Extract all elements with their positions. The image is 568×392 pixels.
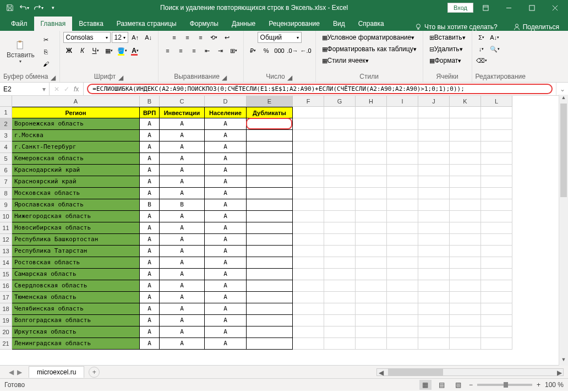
row-header-16[interactable]: 16 [0,280,12,292]
cell-A7[interactable]: Красноярский край [12,176,140,188]
tab-review[interactable]: Рецензирование [262,17,326,31]
cell-J9[interactable] [418,199,450,211]
cell-G11[interactable] [324,222,356,234]
cell-A3[interactable]: г.Москва [12,130,140,141]
cell-K10[interactable] [450,211,481,222]
cell-G15[interactable] [324,269,356,280]
cell-I21[interactable] [387,338,418,350]
cell-F9[interactable] [293,199,324,211]
row-header-21[interactable]: 21 [0,338,12,350]
cell-L10[interactable] [481,211,512,222]
cell-C10[interactable]: A [160,211,205,222]
sheet-nav-next[interactable]: ▶ [17,368,22,376]
cell-H1[interactable] [356,107,387,118]
cell-C1[interactable]: Инвестиции [160,107,205,118]
row-header-3[interactable]: 3 [0,130,12,141]
cell-B14[interactable]: A [140,257,160,269]
tab-home[interactable]: Главная [34,17,73,31]
cell-D7[interactable]: A [205,176,247,188]
cell-J19[interactable] [418,315,450,326]
cell-H8[interactable] [356,188,387,199]
find-select-button[interactable]: 🔍▾ [489,43,501,55]
cell-G17[interactable] [324,292,356,303]
cell-I9[interactable] [387,199,418,211]
cell-K1[interactable] [450,107,481,118]
format-as-table-button[interactable]: ▦ Форматировать как таблицу ▾ [319,43,419,55]
cell-K5[interactable] [450,153,481,165]
normal-view-button[interactable]: ▦ [419,380,432,390]
cell-F11[interactable] [293,222,324,234]
cell-D15[interactable]: A [205,269,247,280]
cell-A2[interactable]: Воронежская область [12,118,140,130]
cells-area[interactable]: РегионВРПИнвестицииНаселениеДубликатыВор… [12,107,512,350]
cell-G14[interactable] [324,257,356,269]
cell-K16[interactable] [450,280,481,292]
row-header-15[interactable]: 15 [0,269,12,280]
tab-view[interactable]: Вид [326,17,352,31]
cell-J14[interactable] [418,257,450,269]
cell-J21[interactable] [418,338,450,350]
cell-A20[interactable]: Иркутская область [12,326,140,338]
sort-filter-button[interactable]: A↓▾ [489,32,501,43]
cell-K18[interactable] [450,303,481,315]
orientation-button[interactable]: ⟲▾ [208,32,220,43]
cell-K4[interactable] [450,141,481,153]
cell-J4[interactable] [418,141,450,153]
scroll-down-button[interactable]: ▼ [559,357,568,366]
delete-cells-button[interactable]: ⊟ Удалить ▾ [427,43,466,55]
cell-B12[interactable]: A [140,234,160,246]
row-header-6[interactable]: 6 [0,165,12,176]
scroll-right-button[interactable]: ▶ [555,369,563,375]
cell-C3[interactable]: A [160,130,205,141]
cell-H6[interactable] [356,165,387,176]
cell-K12[interactable] [450,234,481,246]
italic-button[interactable]: К [77,45,89,56]
cell-F6[interactable] [293,165,324,176]
cell-F2[interactable] [293,118,324,130]
cell-J20[interactable] [418,326,450,338]
cell-H7[interactable] [356,176,387,188]
column-header-G[interactable]: G [324,96,356,107]
cell-E9[interactable] [247,199,293,211]
cell-K3[interactable] [450,130,481,141]
cell-E13[interactable] [247,246,293,257]
fill-button[interactable]: ↓▾ [476,43,488,55]
cell-C14[interactable]: A [160,257,205,269]
cell-C7[interactable]: A [160,176,205,188]
clipboard-launcher[interactable]: ◢ [51,74,56,79]
cell-D2[interactable]: A [205,118,247,130]
cell-E12[interactable] [247,234,293,246]
cell-C15[interactable]: A [160,269,205,280]
decrease-indent-button[interactable]: ⇤ [201,45,214,56]
cell-B17[interactable]: A [140,292,160,303]
cell-B16[interactable]: A [140,280,160,292]
decrease-font-button[interactable]: A↓ [143,32,155,43]
cell-D13[interactable]: A [205,246,247,257]
cell-I8[interactable] [387,188,418,199]
row-header-20[interactable]: 20 [0,326,12,338]
cell-G16[interactable] [324,280,356,292]
cell-E7[interactable] [247,176,293,188]
cell-J10[interactable] [418,211,450,222]
tell-me[interactable]: Что вы хотите сделать? [424,23,498,31]
cell-A18[interactable]: Челябинская область [12,303,140,315]
cell-H9[interactable] [356,199,387,211]
cell-E6[interactable] [247,165,293,176]
increase-decimal-button[interactable]: .0→ [287,45,299,56]
hscroll-thumb[interactable] [388,369,443,375]
cell-E4[interactable] [247,141,293,153]
cell-G3[interactable] [324,130,356,141]
number-launcher[interactable]: ◢ [287,74,293,79]
page-layout-view-button[interactable]: ▤ [436,380,448,390]
sheet-nav-prev[interactable]: ◀ [9,368,14,376]
column-header-H[interactable]: H [356,96,387,107]
cell-K9[interactable] [450,199,481,211]
cell-I16[interactable] [387,280,418,292]
cell-F15[interactable] [293,269,324,280]
cell-D19[interactable]: A [205,315,247,326]
cell-C4[interactable]: A [160,141,205,153]
cell-H15[interactable] [356,269,387,280]
cell-I6[interactable] [387,165,418,176]
cell-I18[interactable] [387,303,418,315]
cell-J3[interactable] [418,130,450,141]
